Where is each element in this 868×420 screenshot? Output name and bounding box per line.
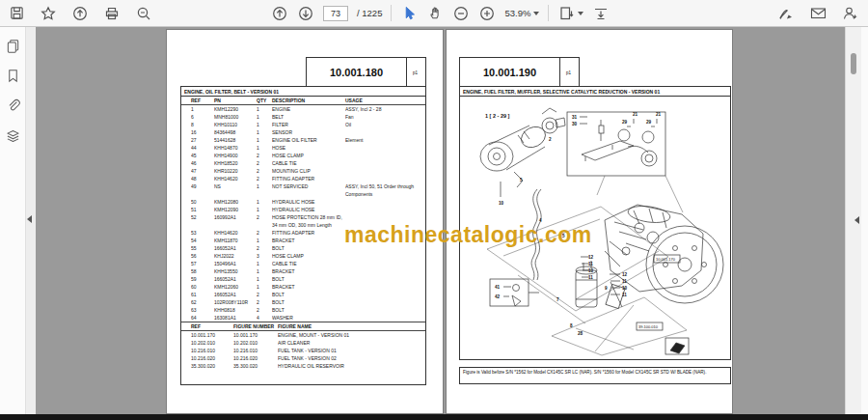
zoom-level-value: 53.9% bbox=[504, 8, 530, 18]
pdf-page-left: 10.001.180 p1 ENGINE, OIL FILTER, BELT -… bbox=[166, 29, 444, 414]
search-button[interactable] bbox=[135, 4, 152, 23]
table-cell: 45 bbox=[191, 152, 214, 159]
attachments-button[interactable] bbox=[0, 98, 25, 117]
send-mail-button[interactable] bbox=[809, 4, 827, 23]
share-button[interactable] bbox=[71, 4, 89, 23]
table-cell: 2 bbox=[257, 244, 272, 252]
table-cell: FILTER bbox=[272, 121, 345, 128]
share-with-others-button[interactable] bbox=[841, 4, 858, 23]
zoom-in-button[interactable] bbox=[478, 4, 496, 23]
table-cell: 10.216.010 bbox=[233, 347, 278, 354]
table-row: 49NS1NOT SERVICEDASSY, Incl 50, 51 Order… bbox=[181, 182, 425, 198]
page-up-icon bbox=[272, 6, 287, 21]
document-scroll-area[interactable]: 10.001.180 p1 ENGINE, OIL FILTER, BELT -… bbox=[26, 27, 845, 414]
table-cell: 57 bbox=[191, 260, 214, 267]
table-cell: 59 bbox=[191, 275, 214, 283]
table-cell: HOSE PROTECTION 28 mm ID, 34 mm OD, 300 … bbox=[272, 213, 345, 229]
table-cell: MNH81000 bbox=[214, 113, 257, 121]
table-cell: KHH14620 bbox=[214, 229, 257, 237]
svg-text:10.001.170: 10.001.170 bbox=[656, 257, 676, 262]
select-tool-button[interactable] bbox=[400, 4, 418, 23]
layers-button[interactable] bbox=[0, 128, 25, 147]
vertical-scrollbar[interactable] bbox=[845, 27, 862, 414]
save-button[interactable] bbox=[8, 4, 25, 23]
table-cell: 62 bbox=[191, 298, 214, 306]
table-cell: Element bbox=[345, 136, 425, 144]
table-cell: 4 bbox=[257, 314, 272, 322]
table-cell: 27 bbox=[191, 136, 214, 144]
frame-sketch bbox=[487, 207, 687, 355]
page-badge: p1 bbox=[405, 57, 426, 88]
figure-caption: Figure is Valid before S/N *1562 for Mod… bbox=[459, 367, 731, 384]
table-cell: KHH14900 bbox=[214, 152, 257, 159]
page-down-icon bbox=[298, 6, 313, 21]
collapse-right-panel-arrow[interactable] bbox=[854, 216, 859, 224]
diagram-content-box: ENGINE, FUEL FILTER, MUFFLER, SELECTIVE … bbox=[459, 86, 731, 360]
diagram-callout: 5 bbox=[562, 234, 565, 238]
table-cell: Oil bbox=[345, 121, 425, 128]
table-cell: 1 bbox=[257, 198, 272, 206]
taskbar-edge bbox=[0, 414, 868, 420]
table-cell: 160992A1 bbox=[214, 213, 257, 229]
hand-tool-button[interactable] bbox=[426, 4, 444, 23]
table-cell: HOSE bbox=[272, 144, 345, 152]
table-cell: 52 bbox=[191, 213, 214, 229]
table-cell: BOLT bbox=[272, 291, 345, 298]
table-cell: 53 bbox=[191, 229, 214, 237]
table-cell: 10.202.010 bbox=[233, 339, 278, 347]
table-cell: 3 bbox=[257, 252, 272, 260]
table-cell: KHH0818 bbox=[214, 306, 257, 314]
muffler-assembly-sketch bbox=[480, 108, 565, 197]
figure-number-box: 10.001.190 bbox=[459, 57, 560, 88]
chevron-down-icon bbox=[533, 12, 539, 15]
scrollbar-thumb[interactable] bbox=[851, 53, 856, 74]
favorite-button[interactable] bbox=[40, 4, 57, 23]
print-button[interactable] bbox=[103, 4, 121, 23]
table-row: 10.216.02010.216.020FUEL TANK - VERSION … bbox=[181, 354, 425, 362]
collapse-left-panel-arrow[interactable] bbox=[27, 215, 32, 223]
previous-page-button[interactable] bbox=[271, 4, 288, 23]
fill-sign-button[interactable] bbox=[777, 4, 795, 23]
table-cell: ENGINE OIL FILTER bbox=[272, 136, 345, 144]
table-cell: 1 bbox=[257, 267, 272, 275]
attachments-icon bbox=[6, 98, 20, 117]
fit-width-icon bbox=[593, 6, 609, 21]
table-cell: BRACKET bbox=[272, 237, 345, 244]
diagram-callout: 12 bbox=[588, 255, 594, 260]
bookmarks-button[interactable] bbox=[0, 69, 25, 87]
next-page-button[interactable] bbox=[297, 4, 314, 23]
page-thumbnails-button[interactable] bbox=[0, 39, 25, 57]
column-header: QTY bbox=[257, 98, 272, 103]
table-cell: 1 bbox=[257, 182, 272, 198]
table-cell: 1 bbox=[257, 275, 272, 283]
diagram-ref-box: 39.100.010 bbox=[637, 322, 663, 330]
table-cell bbox=[345, 275, 425, 283]
table-cell: 1 bbox=[191, 105, 214, 113]
table-cell: 2 bbox=[257, 175, 272, 182]
table-cell: 2 bbox=[257, 167, 272, 175]
table-cell: MOUNTING CLIP bbox=[272, 167, 345, 175]
table-cell: 10.216.020 bbox=[233, 354, 278, 362]
table-cell: 51441628 bbox=[214, 136, 257, 144]
table-cell: 2 bbox=[257, 159, 272, 167]
zoom-level-dropdown[interactable]: 53.9% bbox=[504, 8, 539, 18]
table-cell: 35.300.020 bbox=[233, 362, 278, 370]
table-cell bbox=[345, 128, 425, 136]
print-icon bbox=[104, 6, 120, 21]
fit-width-button[interactable] bbox=[592, 4, 610, 23]
diagram-callout: 5 bbox=[520, 178, 523, 182]
zoom-out-button[interactable] bbox=[452, 4, 470, 23]
page-fit-dropdown[interactable] bbox=[557, 4, 583, 23]
table-cell: 10.001.170 bbox=[191, 331, 233, 339]
column-header: DESCRIPTION bbox=[272, 98, 345, 103]
table-row: 46KHH185202CABLE TIE bbox=[181, 159, 425, 167]
column-header: REF bbox=[191, 98, 214, 103]
table-row: 62102R008Y110R2BOLT bbox=[181, 298, 425, 306]
diagram-callout: 10 bbox=[622, 286, 628, 291]
page-number-input[interactable] bbox=[323, 6, 348, 21]
save-icon bbox=[10, 6, 24, 20]
diagram-callout: 29 bbox=[646, 120, 652, 125]
toolbar-divider bbox=[548, 5, 549, 21]
table-cell: 48 bbox=[191, 175, 214, 182]
table-cell: 102R008Y110R bbox=[214, 298, 257, 306]
